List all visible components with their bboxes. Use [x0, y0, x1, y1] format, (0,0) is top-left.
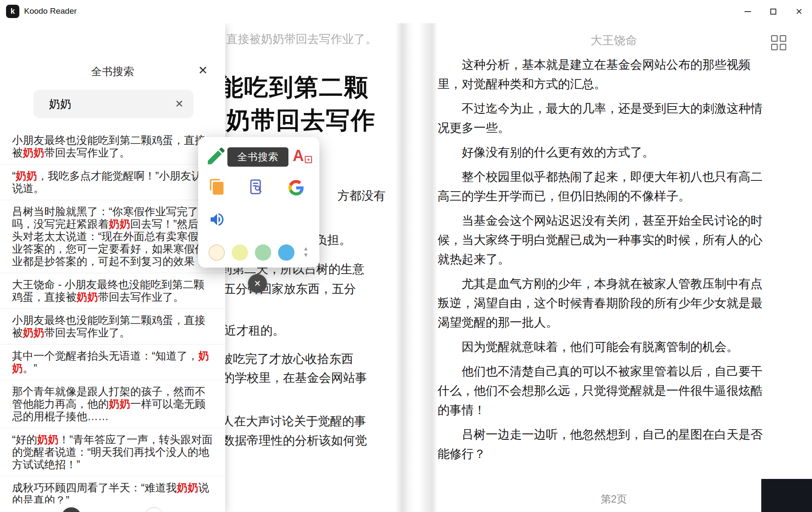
arrow-down-icon: ▼	[303, 252, 309, 258]
paragraph: 因为觉醒就意味着，他们可能会有脱离管制的机会。	[438, 337, 795, 357]
app-title: Koodo Reader	[24, 6, 77, 16]
clear-icon: ✕	[175, 98, 184, 110]
text-to-speech-icon[interactable]	[208, 211, 226, 228]
clear-search-button[interactable]: ✕	[173, 98, 186, 110]
page-number: 第2页	[438, 492, 790, 506]
google-search-icon[interactable]	[288, 179, 305, 196]
app-logo-letter: k	[10, 7, 15, 16]
paragraph: 不过迄今为止，最大的几率，还是受到巨大的刺激这种情 况更多一些。	[438, 99, 795, 137]
copy-icon[interactable]	[208, 178, 226, 195]
grid-cell	[780, 44, 786, 50]
color-scroll-arrows[interactable]: ▲ ▼	[303, 245, 309, 258]
search-result-item[interactable]: 小朋友最终也没能吃到第二颗鸡蛋，直接被奶奶带回去写作业了。	[0, 309, 225, 344]
paragraph: 吕树一边走一边听，他忽然想到，自己的星图在白天是否 能修行？	[438, 425, 795, 463]
translate-letter: A	[293, 146, 304, 165]
highlighter-pencil-icon[interactable]	[205, 145, 227, 167]
highlight-color-row	[208, 244, 294, 261]
paragraph: 他们也不清楚自己真的可以不被家里管着以后，自己要干 什么，他们不会想那么远，只觉…	[438, 362, 795, 420]
search-box: ✕	[34, 90, 193, 118]
left-page-text: 数据帝理性的分析该如何觉	[223, 433, 367, 449]
search-result-item[interactable]: 吕树当时脸就黑了：“你寒假作业写完了吗，没写完赶紧跟着奶奶回去写！”然后转头对老…	[0, 200, 225, 273]
search-result-item[interactable]: 那个青年就像是跟人打架的孩子，然而不管他能力再高，他的奶奶一样可以毫无顾忌的用棍…	[0, 380, 225, 428]
grid-cell	[771, 44, 778, 50]
close-button[interactable]: ✕	[786, 0, 812, 23]
close-icon: ✕	[796, 6, 803, 17]
chapter-title-line2: 奶带回去写作	[226, 104, 376, 137]
minimize-icon	[745, 11, 751, 12]
selection-popup: 全书搜索 A +	[198, 137, 319, 268]
popup-search-book-button[interactable]: 全书搜索	[227, 147, 288, 167]
left-page-text: 近才租的。	[224, 323, 285, 339]
highlight-color-yellow[interactable]	[232, 244, 248, 261]
search-result-item[interactable]: 大王饶命 - 小朋友最终也没能吃到第二颗鸡蛋，直接被奶奶带回去写作业了。	[0, 273, 225, 309]
highlight-color-cream[interactable]	[208, 244, 225, 261]
search-panel: 全书搜索 ✕ ✕ 小朋友最终也没能吃到第二颗鸡蛋，直接被奶奶带回去写作业了。“奶…	[0, 23, 225, 512]
panel-close-button[interactable]: ✕	[194, 62, 211, 79]
left-page-text: 五分钟回家放东西，五分	[224, 281, 356, 297]
background-window-corner	[761, 479, 812, 512]
dictionary-search-icon[interactable]	[248, 178, 265, 195]
close-icon: ✕	[254, 278, 261, 289]
left-page-text: 方都没有	[337, 188, 386, 204]
book-title-header: 大王饶命	[438, 33, 790, 48]
left-page-text: 人在大声讨论关于觉醒的事	[222, 413, 366, 430]
right-page-body: 这种分析，基本就是建立在基金会网站公布的那些视频 里，对觉醒种类和方式的汇总。 …	[438, 55, 795, 469]
left-page-text: 的学校里，在基金会网站事	[223, 370, 367, 386]
search-result-item[interactable]: “好的奶奶！”青年答应了一声，转头跟对面的觉醒者说道：“明天我们再找个没人的地方…	[0, 428, 225, 476]
maximize-icon	[770, 9, 776, 15]
paragraph: 这种分析，基本就是建立在基金会网站公布的那些视频 里，对觉醒种类和方式的汇总。	[438, 55, 795, 94]
search-result-item[interactable]: 其中一个觉醒者抬头无语道：“知道了，奶奶。”	[0, 344, 225, 380]
search-results: 小朋友最终也没能吃到第二颗鸡蛋，直接被奶奶带回去写作业了。“奶奶，我吃多点才能觉…	[0, 129, 225, 503]
grid-cell	[780, 35, 786, 42]
pagination-page-1[interactable]: 1	[61, 507, 81, 512]
left-page-text: 负担。	[315, 232, 351, 248]
app-logo-icon: k	[6, 5, 19, 18]
left-page-text: 被吃完了才放心收拾东西	[221, 351, 353, 367]
reading-layout-grid-icon[interactable]	[771, 35, 786, 50]
highlight-color-blue[interactable]	[278, 244, 294, 261]
paragraph: 好像没有别的什么更有效的方式了。	[438, 143, 795, 162]
arrow-up-icon: ▲	[303, 245, 309, 252]
search-result-item[interactable]: 成秋巧环顾四周看了半天：“难道我奶奶说的是真的？”	[0, 476, 225, 503]
window-controls: ✕	[735, 0, 812, 23]
translate-icon[interactable]: A +	[293, 146, 312, 165]
search-input[interactable]	[49, 90, 169, 118]
paragraph: 当基金会这个网站迟迟没有关闭，甚至开始全民讨论的时 候，当大家终于明白觉醒已成为…	[438, 211, 795, 269]
paragraph: 整个校园里似乎都热闹了起来，即便大年初八也只有高二 高三的学生开学而已，但仍旧热…	[438, 167, 795, 206]
left-page-header: 直接被奶奶带回去写作业了。	[226, 31, 377, 47]
paragraph: 尤其是血气方刚的少年，本身就在被家人管教压制中有点 叛逆，渴望自由，这个时候青春…	[438, 274, 795, 332]
minimize-button[interactable]	[735, 0, 760, 23]
close-icon: ✕	[198, 64, 208, 77]
highlight-color-green[interactable]	[255, 244, 271, 261]
popup-close-button[interactable]: ✕	[248, 274, 267, 293]
search-panel-title: 全书搜索	[0, 64, 225, 79]
maximize-button[interactable]	[760, 0, 786, 23]
search-result-item[interactable]: “奶奶，我吃多点才能觉醒啊！”小朋友认真说道。	[0, 165, 225, 200]
search-result-item[interactable]: 小朋友最终也没能吃到第二颗鸡蛋，直接被奶奶带回去写作业了。	[0, 129, 225, 165]
titlebar: k Koodo Reader ✕	[0, 0, 812, 23]
chapter-title-line1: 能吃到第二颗	[219, 71, 369, 104]
pagination-page-2[interactable]: 2	[144, 507, 164, 512]
grid-cell	[771, 35, 778, 42]
translate-plus: +	[305, 156, 312, 163]
page-spine	[395, 23, 438, 512]
